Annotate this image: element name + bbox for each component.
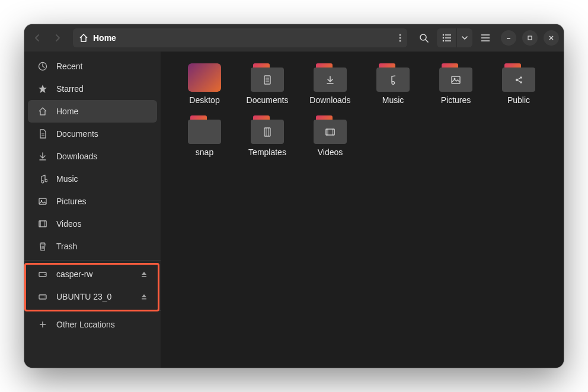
folder-label: snap (196, 147, 213, 157)
content-area: Recent Starred Home Documents Downloads … (24, 52, 564, 368)
star-icon (37, 84, 48, 94)
svg-rect-15 (528, 36, 532, 40)
folder-pictures[interactable]: Pictures (426, 63, 485, 105)
forward-button[interactable] (49, 28, 66, 47)
home-icon (79, 33, 88, 43)
folder-icon (251, 115, 284, 144)
sidebar-label: Starred (56, 84, 84, 94)
video-icon (37, 219, 48, 229)
search-icon (419, 33, 429, 43)
sidebar-label: Pictures (56, 197, 87, 206)
sidebar-item-documents[interactable]: Documents (28, 123, 157, 145)
eject-button[interactable] (140, 293, 148, 300)
path-label: Home (93, 33, 116, 43)
search-button[interactable] (414, 28, 433, 47)
maximize-button[interactable] (522, 30, 538, 46)
sidebar-separator (24, 260, 161, 261)
drive-icon (37, 269, 48, 279)
folder-label: Desktop (189, 95, 219, 105)
sidebar-item-other-locations[interactable]: Other Locations (28, 313, 157, 336)
minimize-button[interactable] (501, 30, 516, 46)
main-view[interactable]: DesktopDocumentsDownloadsMusicPicturesPu… (161, 52, 564, 368)
folder-templates[interactable]: Templates (238, 115, 297, 157)
sidebar-label: UBUNTU 23_0 (56, 292, 111, 301)
sidebar-item-pictures[interactable]: Pictures (28, 190, 157, 213)
minimize-icon (506, 35, 512, 41)
eject-button[interactable] (140, 271, 148, 278)
svg-rect-25 (45, 221, 47, 227)
sidebar-label: Music (56, 174, 78, 184)
svg-rect-36 (452, 76, 460, 83)
sidebar-item-trash[interactable]: Trash (28, 235, 157, 258)
svg-point-9 (442, 40, 444, 42)
svg-line-42 (518, 81, 520, 82)
svg-rect-43 (264, 128, 270, 136)
close-button[interactable] (544, 30, 559, 46)
svg-rect-23 (39, 221, 46, 227)
folder-grid: DesktopDocumentsDownloadsMusicPicturesPu… (175, 63, 549, 157)
svg-line-41 (518, 78, 520, 79)
svg-point-29 (44, 297, 46, 298)
folder-icon (439, 63, 472, 92)
home-icon (37, 107, 48, 116)
svg-point-0 (400, 34, 401, 36)
folder-icon (376, 63, 410, 92)
svg-point-27 (44, 274, 46, 275)
folder-public[interactable]: Public (489, 63, 548, 105)
view-list-button[interactable] (437, 28, 457, 47)
path-bar[interactable]: Home (73, 28, 407, 47)
sidebar-item-downloads[interactable]: Downloads (28, 145, 157, 168)
drive-icon (37, 292, 48, 301)
titlebar: Home (24, 24, 564, 52)
view-switcher (437, 28, 472, 47)
sidebar-item-recent[interactable]: Recent (28, 55, 157, 78)
folder-icon (314, 115, 347, 144)
back-button[interactable] (29, 28, 46, 47)
svg-line-4 (426, 40, 428, 42)
sidebar-mount-casper-rw[interactable]: casper-rw (28, 263, 157, 285)
sidebar: Recent Starred Home Documents Downloads … (24, 52, 161, 368)
view-dropdown-button[interactable] (457, 28, 472, 47)
chevron-right-icon (55, 34, 60, 41)
picture-icon (37, 197, 48, 206)
sidebar-item-videos[interactable]: Videos (28, 213, 157, 235)
chevron-left-icon (34, 34, 40, 41)
plus-icon (37, 320, 48, 329)
sidebar-label: Recent (56, 62, 82, 71)
path-menu-icon[interactable] (399, 34, 401, 42)
sidebar-label: casper-rw (56, 269, 92, 279)
maximize-icon (527, 35, 533, 41)
folder-desktop[interactable]: Desktop (175, 63, 234, 105)
sidebar-label: Videos (56, 219, 82, 229)
folder-documents[interactable]: Documents (238, 63, 297, 105)
sidebar-item-home[interactable]: Home (28, 100, 157, 123)
svg-point-7 (442, 37, 444, 39)
hamburger-menu-button[interactable] (476, 28, 495, 47)
sidebar-label: Other Locations (56, 320, 115, 329)
folder-music[interactable]: Music (363, 63, 423, 105)
close-icon (548, 35, 554, 41)
svg-point-5 (442, 34, 444, 36)
sidebar-label: Home (56, 107, 78, 116)
folder-snap[interactable]: snap (175, 115, 234, 157)
sidebar-item-music[interactable]: Music (28, 168, 157, 190)
folder-icon (314, 63, 347, 92)
sidebar-separator (24, 310, 161, 311)
download-icon (37, 152, 48, 161)
sidebar-mount-ubuntu[interactable]: UBUNTU 23_0 (28, 285, 157, 308)
list-icon (442, 34, 452, 42)
folder-videos[interactable]: Videos (301, 115, 360, 157)
folder-icon (251, 63, 284, 92)
folder-label: Documents (247, 95, 289, 105)
clock-icon (37, 62, 48, 71)
folder-downloads[interactable]: Downloads (301, 63, 360, 105)
folder-icon (188, 63, 221, 92)
svg-point-1 (400, 37, 401, 39)
chevron-down-icon (462, 36, 468, 40)
folder-label: Pictures (441, 95, 471, 105)
folder-label: Downloads (309, 95, 350, 105)
folder-label: Public (507, 95, 530, 105)
sidebar-item-starred[interactable]: Starred (28, 78, 157, 100)
folder-label: Videos (318, 147, 343, 157)
folder-icon (502, 63, 535, 92)
